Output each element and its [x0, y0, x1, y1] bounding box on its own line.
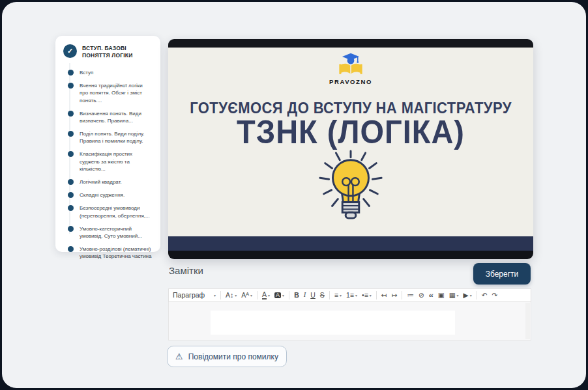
lesson-item-label: Логічний квадрат. [80, 178, 122, 186]
lesson-item-label: Визначення понять. Види визначень. Прави… [80, 110, 153, 124]
slide-title-line2: ТЗНК (ЛОГІКА) [237, 116, 465, 148]
text-align-icon: ≡ [334, 292, 338, 299]
indent-icon: ↦ [392, 292, 398, 299]
lesson-item-label: Класифікація простих суджень за якістю т… [80, 150, 153, 173]
numbered-list-icon: 1≡ [346, 292, 354, 299]
numbered-list-button[interactable]: 1≡▾ [346, 292, 357, 299]
toolbar-separator [477, 291, 477, 299]
lesson-item-label: Вчення традиційної логіки про поняття. О… [80, 82, 153, 104]
chevron-down-icon: ▾ [457, 294, 459, 298]
bullet-icon [68, 246, 74, 252]
lesson-item[interactable]: Умовно-категоричний умовивід. Суто умовн… [63, 225, 153, 240]
editor-page[interactable] [211, 311, 455, 335]
chevron-down-icon: ▾ [355, 294, 357, 298]
lesson-sidebar: ✓ ВСТУП. БАЗОВІ ПОНЯТТЯ ЛОГІКИ Вступ Вче… [55, 36, 160, 252]
chevron-down-icon: ▾ [214, 294, 216, 298]
redo-icon: ↷ [492, 292, 498, 299]
lesson-item-label: Умовно-розділові (лематичні) умовивід Те… [80, 245, 153, 260]
text-align-button[interactable]: ≡▾ [334, 292, 342, 299]
bullet-icon [68, 70, 74, 76]
player-bottom-bar [168, 251, 533, 259]
lesson-item[interactable]: Поділ понять. Види поділу. Правила і пом… [63, 130, 153, 145]
report-error-label: Повідомити про помилку [188, 352, 278, 361]
bullet-icon [68, 205, 74, 211]
chevron-down-icon: ▾ [470, 294, 472, 298]
save-button[interactable]: Зберегти [473, 263, 531, 285]
chevron-down-icon: ▾ [282, 294, 284, 298]
insert-table-icon: ▦ [449, 292, 456, 299]
slide-viewer[interactable]: PRAVOZNO ГОТУЄМОСЯ ДО ВСТУПУ НА МАГІСТРА… [168, 39, 533, 259]
notes-label: Замітки [169, 265, 203, 276]
undo-icon: ↶ [482, 292, 488, 299]
italic-button[interactable]: I [304, 292, 306, 299]
completed-check-icon: ✓ [63, 44, 77, 58]
player-top-bar [168, 39, 533, 48]
link-icon: ⊘ [419, 292, 424, 299]
toolbar-separator [257, 291, 257, 299]
bold-button[interactable]: B [294, 292, 299, 299]
block-quote-button[interactable]: “ [429, 294, 434, 298]
editor-content-area[interactable] [168, 302, 531, 341]
font-color-button[interactable]: A▾ [262, 291, 270, 299]
lesson-item[interactable]: Логічний квадрат. [63, 178, 153, 186]
insert-table-button[interactable]: ▦▾ [449, 292, 459, 299]
bullet-icon [68, 111, 74, 117]
strikethrough-button[interactable]: S [320, 292, 325, 299]
outdent-button[interactable]: ↤ [381, 292, 387, 299]
lesson-item[interactable]: Визначення понять. Види визначень. Прави… [63, 110, 153, 124]
editor-scrollbar[interactable] [525, 303, 530, 339]
todo-list-button[interactable]: ≔ [407, 292, 414, 299]
link-button[interactable]: ⊘ [419, 292, 424, 299]
strikethrough-icon: S [320, 292, 325, 299]
lesson-item[interactable]: Складні судження. [63, 191, 153, 199]
font-size-button[interactable]: A↕▾ [226, 292, 237, 299]
insert-media-button[interactable]: ▶▾ [463, 292, 472, 299]
lesson-list: Вступ Вчення традиційної логіки про поня… [63, 69, 153, 260]
insert-image-icon: ▣ [438, 292, 445, 299]
underline-button[interactable]: U [310, 292, 316, 299]
warning-icon: ⚠ [175, 352, 183, 361]
font-family-button[interactable]: Aᴬ▾ [241, 292, 252, 299]
report-error-button[interactable]: ⚠ Повідомити про помилку [167, 346, 287, 367]
lesson-item[interactable]: Вчення традиційної логіки про поняття. О… [63, 82, 153, 104]
chevron-down-icon: ▾ [340, 294, 342, 298]
font-color-icon: A [262, 291, 267, 299]
italic-icon: I [304, 292, 306, 299]
bullet-icon [68, 192, 74, 198]
block-quote-icon: “ [429, 296, 434, 299]
lesson-item-label: Складні судження. [80, 191, 125, 199]
outdent-icon: ↤ [381, 292, 387, 299]
brand-logo: PRAVOZNO [329, 52, 372, 85]
notes-editor: Параграф▾A↕▾Aᴬ▾A▾A▾BIUS≡▾1≡▾•≡▾↤↦≔⊘“▣▦▾▶… [168, 288, 531, 341]
toolbar-separator [329, 291, 330, 299]
highlight-color-button[interactable]: A▾ [274, 292, 284, 298]
paragraph-style-icon: Параграф [173, 292, 205, 299]
bulleted-list-icon: •≡ [362, 292, 368, 299]
paragraph-style-select[interactable]: Параграф▾ [173, 292, 216, 299]
insert-image-button[interactable]: ▣ [438, 292, 445, 299]
lesson-item-label: Вступ [80, 69, 93, 76]
editor-toolbar: Параграф▾A↕▾Aᴬ▾A▾A▾BIUS≡▾1≡▾•≡▾↤↦≔⊘“▣▦▾▶… [168, 288, 531, 302]
redo-button[interactable]: ↷ [492, 292, 498, 299]
graduate-reading-book-icon [336, 52, 366, 76]
chevron-down-icon: ▾ [370, 294, 372, 298]
underline-icon: U [310, 292, 316, 299]
toolbar-separator [220, 291, 221, 299]
undo-button[interactable]: ↶ [482, 292, 488, 299]
module-header[interactable]: ✓ ВСТУП. БАЗОВІ ПОНЯТТЯ ЛОГІКИ [63, 44, 153, 60]
lesson-item[interactable]: Класифікація простих суджень за якістю т… [63, 150, 153, 173]
insert-media-icon: ▶ [463, 292, 469, 299]
chevron-down-icon: ▾ [235, 294, 237, 298]
lesson-item-label: Поділ понять. Види поділу. Правила і пом… [80, 130, 153, 145]
lesson-item[interactable]: Вступ [63, 69, 153, 76]
chevron-down-icon: ▾ [268, 294, 270, 298]
bullet-icon [68, 131, 74, 137]
toolbar-separator [402, 291, 402, 299]
indent-button[interactable]: ↦ [392, 292, 398, 299]
lesson-item[interactable]: Безпосередні умовиводи (перетворення, об… [63, 204, 153, 219]
lightbulb-illustration [312, 150, 389, 223]
highlight-color-icon: A [274, 292, 281, 298]
lesson-item-label: Умовно-категоричний умовивід. Суто умовн… [80, 225, 153, 240]
lesson-item[interactable]: Умовно-розділові (лематичні) умовивід Те… [63, 245, 153, 260]
bulleted-list-button[interactable]: •≡▾ [362, 292, 372, 299]
